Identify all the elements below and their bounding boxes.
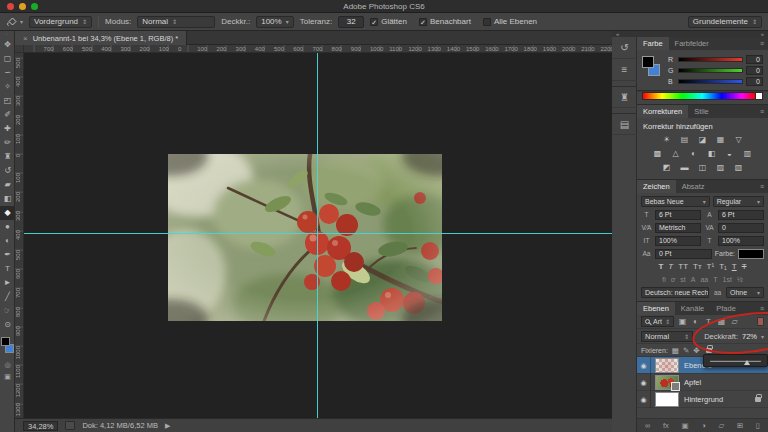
- canvas-area[interactable]: [24, 53, 612, 418]
- kerning-field[interactable]: Metrisch: [655, 223, 701, 233]
- dodge-tool[interactable]: ◐: [0, 234, 15, 248]
- tab-stile[interactable]: Stile: [688, 105, 715, 118]
- checkbox-benachbart[interactable]: ✓Benachbart: [419, 17, 471, 26]
- standard-ligatures-button[interactable]: fi: [662, 276, 666, 283]
- color-balance-icon[interactable]: △: [669, 148, 683, 159]
- vertical-guide[interactable]: [317, 53, 318, 418]
- brightness-contrast-icon[interactable]: ☀: [660, 134, 674, 145]
- foreground-color-swatch[interactable]: [1, 337, 10, 346]
- tab-korrekturen[interactable]: Korrekturen: [637, 105, 688, 118]
- crop-tool[interactable]: ◰: [0, 94, 15, 108]
- healing-brush-tool[interactable]: ✚: [0, 122, 15, 136]
- b-slider[interactable]: [678, 79, 743, 84]
- r-value-field[interactable]: 0: [746, 55, 763, 64]
- antialias-dropdown[interactable]: Ohne: [726, 287, 764, 298]
- filter-type-layers-icon[interactable]: T: [703, 317, 714, 326]
- opacity-slider-thumb[interactable]: [744, 360, 750, 365]
- lock-position-icon[interactable]: ✥: [693, 346, 699, 355]
- add-layer-mask-icon[interactable]: ▣: [682, 421, 689, 430]
- delete-layer-icon[interactable]: ▯: [756, 421, 760, 430]
- status-flyout-icon[interactable]: ▶: [165, 422, 170, 430]
- horizontal-guide[interactable]: [24, 233, 612, 234]
- layer-blend-mode-dropdown[interactable]: Normal: [641, 331, 693, 342]
- color-spectrum-bar[interactable]: [642, 92, 763, 100]
- levels-icon[interactable]: ▤: [678, 134, 692, 145]
- panel-menu-icon[interactable]: ≡: [756, 37, 768, 50]
- history-panel-icon[interactable]: ↺: [612, 37, 637, 59]
- panel-menu-icon[interactable]: ≡: [756, 105, 768, 118]
- fill-source-dropdown[interactable]: Vordergrund: [29, 16, 92, 28]
- blend-mode-dropdown[interactable]: Normal: [137, 16, 215, 28]
- contextual-alternates-button[interactable]: ơ: [671, 276, 676, 283]
- leading-field[interactable]: 6 Pt: [718, 210, 764, 220]
- font-style-dropdown[interactable]: Regular: [713, 196, 764, 207]
- text-color-swatch[interactable]: [738, 249, 764, 259]
- discretionary-ligatures-button[interactable]: st: [680, 276, 685, 283]
- layer-filter-dropdown[interactable]: Art: [641, 316, 674, 327]
- canvas-photo[interactable]: [168, 154, 442, 321]
- eraser-tool[interactable]: ▰: [0, 178, 15, 192]
- layer-thumbnail[interactable]: [655, 358, 679, 373]
- screen-mode-button[interactable]: ▣: [0, 371, 15, 383]
- zoom-tool[interactable]: ⊙: [0, 318, 15, 332]
- curves-icon[interactable]: ◪: [696, 134, 710, 145]
- faux-bold-button[interactable]: T: [658, 262, 663, 271]
- layer-row-apfel[interactable]: ◉Apfel: [637, 374, 768, 391]
- font-size-field[interactable]: 6 Pt: [655, 210, 701, 220]
- baseline-field[interactable]: 0 Pt: [655, 249, 712, 259]
- white-chip[interactable]: [755, 93, 762, 99]
- color-lookup-icon[interactable]: ▥: [741, 148, 755, 159]
- close-tab-icon[interactable]: ×: [23, 34, 28, 43]
- layer-styles-icon[interactable]: fx: [663, 421, 669, 430]
- active-tool-button[interactable]: ▾: [6, 16, 23, 27]
- tab-farbe[interactable]: Farbe: [637, 37, 669, 50]
- link-layers-icon[interactable]: ∞: [645, 421, 650, 430]
- filter-shape-layers-icon[interactable]: ▦: [716, 317, 727, 326]
- g-value-field[interactable]: 0: [746, 66, 763, 75]
- underline-button[interactable]: T: [732, 262, 737, 271]
- layer-name[interactable]: Hintergrund: [684, 395, 723, 404]
- type-tool[interactable]: T: [0, 262, 15, 276]
- path-selection-tool[interactable]: ►: [0, 276, 15, 290]
- filter-adjustment-layers-icon[interactable]: ◐: [690, 317, 701, 326]
- layer-visibility-eye-icon[interactable]: ◉: [637, 357, 651, 374]
- swash-button[interactable]: A: [691, 276, 696, 283]
- quick-selection-tool[interactable]: ✧: [0, 80, 15, 94]
- opacity-dropdown[interactable]: 100%: [256, 16, 293, 28]
- paint-bucket-tool[interactable]: ◆: [0, 206, 15, 220]
- tracking-field[interactable]: 0: [718, 223, 764, 233]
- filter-smart-objects-icon[interactable]: ▱: [729, 317, 740, 326]
- layer-thumbnail[interactable]: [655, 375, 679, 390]
- tab-farbfelder[interactable]: Farbfelder: [669, 37, 715, 50]
- opacity-caret-icon[interactable]: ▾: [761, 333, 764, 340]
- exposure-icon[interactable]: ▦: [714, 134, 728, 145]
- eyedropper-tool[interactable]: ✐: [0, 108, 15, 122]
- language-dropdown[interactable]: Deutsch: neue Rechtschr...: [641, 287, 709, 298]
- tab-kanaele[interactable]: Kanäle: [675, 302, 710, 315]
- workspace-dropdown[interactable]: Grundelemente: [688, 16, 762, 28]
- new-group-icon[interactable]: ▱: [718, 421, 724, 430]
- lasso-tool[interactable]: ∽: [0, 66, 15, 80]
- tab-zeichen[interactable]: Zeichen: [637, 180, 676, 193]
- marquee-tool[interactable]: ▢: [0, 52, 15, 66]
- layer-thumbnail[interactable]: [655, 392, 679, 407]
- titling-alternates-button[interactable]: T: [713, 276, 717, 283]
- g-slider[interactable]: [678, 68, 743, 73]
- channel-mixer-icon[interactable]: ◒: [723, 148, 737, 159]
- r-slider[interactable]: [678, 57, 743, 62]
- layer-name[interactable]: Apfel: [684, 378, 701, 387]
- filter-pixel-layers-icon[interactable]: ▣: [677, 317, 688, 326]
- toolbar-grip[interactable]: ∙∙: [0, 31, 14, 38]
- selective-color-icon[interactable]: ▨: [714, 162, 728, 173]
- info-panel-icon[interactable]: ▤: [612, 113, 637, 135]
- new-layer-icon[interactable]: ⊞: [737, 421, 743, 430]
- quick-mask-button[interactable]: ◎: [0, 359, 15, 371]
- tab-ebenen[interactable]: Ebenen: [637, 302, 675, 315]
- tolerance-input[interactable]: 32: [338, 16, 364, 28]
- layer-filter-toggle[interactable]: [757, 317, 764, 326]
- subscript-button[interactable]: T₁: [719, 262, 727, 271]
- small-caps-button[interactable]: Tт: [693, 262, 702, 271]
- threshold-icon[interactable]: ◫: [696, 162, 710, 173]
- zoom-level-field[interactable]: 34,28%: [23, 421, 58, 431]
- foreground-color-swatch[interactable]: [642, 56, 654, 68]
